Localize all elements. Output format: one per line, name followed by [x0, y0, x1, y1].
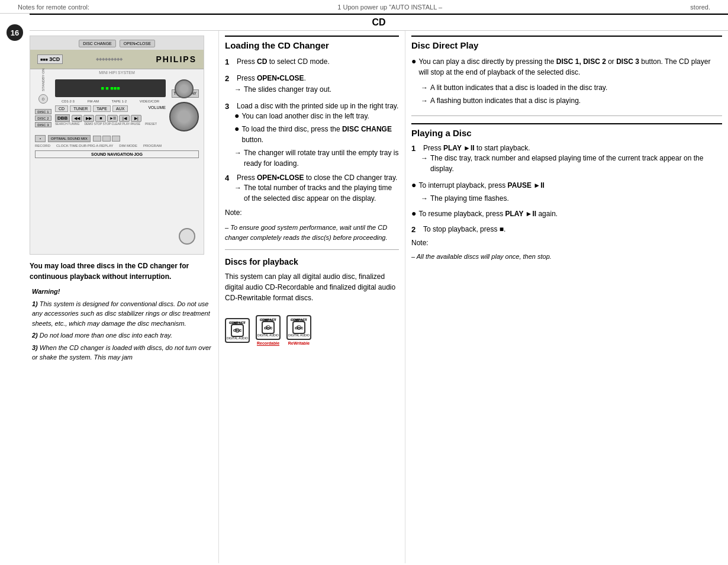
brand-label: PHILIPS: [156, 54, 197, 64]
disc-logos: COMPACT disc DIGITAL AUDIO COMPACT d: [225, 315, 399, 345]
step-2: 2 Press OPEN•CLOSE. → The slides changer…: [225, 73, 399, 98]
page-number: 16: [7, 24, 23, 41]
step3-bullet2: ● To load the third disc, press the DISC…: [225, 124, 399, 145]
play-step-2: 2 To stop playback, press ■.: [411, 225, 722, 234]
disc-icon-3: disc: [292, 321, 305, 334]
mode-btn-3[interactable]: [112, 136, 120, 142]
discs-section-body: This system can play all digital audio d…: [225, 271, 399, 303]
warning-section: Warning! 1) This system is designed for …: [30, 287, 214, 365]
model-label: ■■■ 3CD: [37, 54, 63, 64]
resume-bullet: ● To resume playback, press PLAY ►II aga…: [411, 208, 722, 219]
system-label: MINI HIFI SYSTEM: [30, 69, 204, 76]
disc2-button[interactable]: DISC 2: [35, 115, 51, 121]
disc1-button[interactable]: DISC 1: [35, 109, 51, 114]
top-strip-center: 1 Upon power up "AUTO INSTALL –: [337, 4, 442, 11]
skip-back-button[interactable]: |◀: [119, 115, 130, 122]
divider-1: [225, 249, 399, 250]
volume-label: VOLUME: [148, 105, 166, 112]
record-button[interactable]: •: [35, 135, 46, 142]
page-title: CD: [30, 14, 728, 31]
device-top-buttons: DISC CHANGE OPEN•CLOSE: [30, 36, 204, 50]
tuner-labels: CD1·2·3 FM·AM TAPE 1·2 VIDEO/CDR: [55, 99, 166, 103]
disc3-button[interactable]: DISC 3: [35, 122, 51, 127]
disc-direct-bullet1: ● You can play a disc directly by pressi…: [411, 56, 722, 78]
tab-tape[interactable]: TAPE: [93, 105, 111, 112]
device-illustration: DISC CHANGE OPEN•CLOSE ■■■ 3CD ◆◆◆◆◆◆◆◆◆…: [30, 36, 204, 255]
disc-logo-2: COMPACT disc DIGITAL AUDIO Recordable: [256, 315, 281, 345]
right-col: Disc Direct Play ● You can play a disc d…: [405, 31, 728, 563]
device-controls-area: STANDBY·ON ○ DISC 1 DISC 2 DISC 3: [30, 76, 204, 135]
standby-label: STANDBY·ON: [41, 79, 45, 91]
warning-item-3: 3) When the CD changer is loaded with di…: [32, 343, 211, 362]
divider-2: [411, 115, 722, 116]
step3-bullet1: ● You can load another disc in the left …: [225, 111, 399, 121]
disc-logo-1: COMPACT disc DIGITAL AUDIO: [225, 318, 250, 343]
optimal-mix-button[interactable]: OPTIMAL SOUND MIX: [48, 135, 91, 142]
stop-button[interactable]: ■: [95, 115, 106, 122]
three-cols: DISC CHANGE OPEN•CLOSE ■■■ 3CD ◆◆◆◆◆◆◆◆◆…: [30, 31, 728, 563]
mode-btn-2[interactable]: [102, 136, 111, 142]
top-strip-left: Notes for remote control:: [18, 4, 89, 11]
loading-steps: 1 Press CD to select CD mode. 2 Press OP…: [225, 56, 399, 208]
warning-item-1: 1) This system is designed for conventio…: [32, 299, 211, 329]
warning-item-2: 2) Do not load more than one disc into e…: [32, 330, 211, 341]
volume-knob[interactable]: [169, 102, 199, 131]
tuner-tabs: CD TUNER TAPE AUX VOLUME: [55, 105, 166, 112]
power-button[interactable]: ○: [38, 94, 48, 104]
discs-section-title: Discs for playback: [225, 257, 399, 267]
play-step-1: 1 Press PLAY ►II to start playback. → Th…: [411, 144, 722, 176]
disc-rewritable-label: ReWritable: [288, 341, 310, 345]
disc-icon-1: disc: [231, 324, 244, 337]
disc-recordable-label: Recordable: [257, 341, 279, 345]
page-number-col: 16: [0, 14, 30, 563]
step-4: 4 Press OPEN•CLOSE to close the CD chang…: [225, 174, 399, 204]
tab-tuner[interactable]: TUNER: [70, 105, 91, 112]
prev-button[interactable]: ◀◀: [72, 115, 82, 122]
playing-section-title: Playing a Disc: [411, 123, 722, 138]
step-1: 1 Press CD to select CD mode.: [225, 56, 399, 68]
play-pause-button[interactable]: ►II: [107, 115, 118, 122]
dbb-knob[interactable]: [175, 79, 194, 98]
sound-nav-label: SOUND NAVIGATION·JOG: [35, 150, 199, 158]
content-area: CD DISC CHANGE OPEN•CLOSE ■■■ 3CD: [30, 14, 728, 563]
disc-icon-2: disc: [262, 321, 275, 334]
disc-logo-3: COMPACT disc DIGITAL AUDIO ReWritable: [286, 315, 311, 345]
step-3: 3 Load a disc with the printed side up i…: [225, 102, 399, 169]
step4-arrow: → The total number of tracks and the pla…: [225, 182, 399, 204]
play-step1-arrow: → The disc tray, track number and elapse…: [411, 153, 722, 174]
tab-aux[interactable]: AUX: [112, 105, 128, 112]
center-notice: You may load three discs in the CD chang…: [30, 261, 214, 282]
loading-note-label: Note:: [225, 208, 399, 217]
brand-area: ■■■ 3CD ◆◆◆◆◆◆◆◆◆ PHILIPS: [30, 50, 204, 69]
skip-fwd-button[interactable]: ▶|: [131, 115, 141, 122]
interrupt-bullet: ● To interrupt playback, press PAUSE ►II: [411, 180, 722, 191]
playing-note-label: Note:: [411, 239, 722, 247]
warning-title: Warning!: [32, 287, 211, 297]
playing-note-text: – All the available discs will play once…: [411, 252, 722, 262]
tab-cd[interactable]: CD: [55, 105, 68, 112]
disc-change-button[interactable]: DISC CHANGE: [79, 40, 116, 47]
left-col: DISC CHANGE OPEN•CLOSE ■■■ 3CD ◆◆◆◆◆◆◆◆◆…: [30, 31, 219, 563]
bottom-controls: • OPTIMAL SOUND MIX RECORD: [30, 135, 204, 158]
top-strip: Notes for remote control: 1 Upon power u…: [0, 0, 728, 14]
open-close-button[interactable]: OPEN•CLOSE: [120, 40, 155, 47]
disc-direct-title: Disc Direct Play: [411, 36, 722, 50]
mode-btn-1[interactable]: [93, 136, 101, 142]
disc-direct-arrow1: → A lit button indicates that a disc is …: [411, 82, 722, 93]
disc-direct-arrow2: → A flashing button indicates that a dis…: [411, 95, 722, 106]
nav-jog-wheel[interactable]: [179, 228, 195, 245]
step3-arrow: → The changer will rotate tray until the…: [225, 147, 399, 169]
dbb-button[interactable]: DBB: [55, 114, 70, 122]
pause-arrow: → The playing time flashes.: [411, 193, 722, 204]
step2-arrow: → The slides changer tray out.: [225, 84, 399, 95]
transport-controls: DBB ◀◀ ▶▶ ■ ►II |◀ ▶|: [55, 114, 166, 122]
main-content: 16 CD DISC CHANGE OPEN•CLOSE: [0, 14, 728, 563]
disc-buttons: DISC 1 DISC 2 DISC 3: [35, 109, 51, 127]
playback-controls: ◀◀ ▶▶ ■ ►II |◀ ▶|: [72, 115, 141, 122]
loading-note-text: – To ensure good system performance, wai…: [225, 223, 399, 242]
display-screen: ■ ■ ■■■: [55, 79, 166, 97]
next-button[interactable]: ▶▶: [83, 115, 94, 122]
top-strip-right: stored.: [690, 4, 710, 11]
loading-section-title: Loading the CD Changer: [225, 36, 399, 50]
mid-col: Loading the CD Changer 1 Press CD to sel…: [219, 31, 405, 563]
